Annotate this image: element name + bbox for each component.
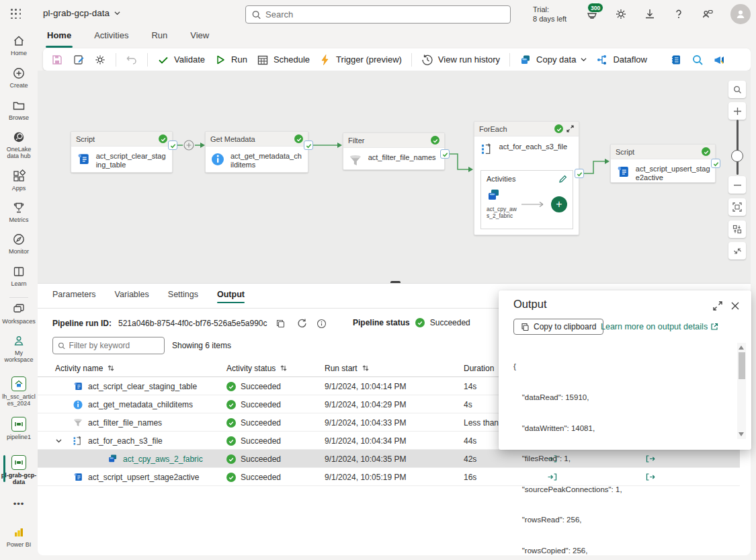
activity-filter[interactable] — [52, 337, 165, 354]
sidebar-item-power-bi[interactable]: Power BI — [0, 526, 38, 548]
validate-all-icon[interactable] — [73, 54, 85, 66]
script-icon — [73, 472, 83, 483]
zoom-in-button[interactable] — [728, 102, 746, 120]
zoom-to-fit-button[interactable] — [728, 198, 746, 216]
pipeline-canvas[interactable]: Script act_script_clear_staging_table Ge… — [38, 71, 751, 283]
dataflow-button[interactable]: Dataflow — [596, 54, 647, 66]
on-success-port[interactable] — [168, 141, 177, 150]
tab-parameters[interactable]: Parameters — [52, 290, 96, 303]
zoom-slider-track[interactable] — [737, 120, 739, 175]
col-activity-status[interactable]: Activity status — [226, 364, 276, 373]
sort-icon[interactable] — [280, 364, 287, 372]
global-search[interactable] — [245, 5, 511, 24]
sort-icon[interactable] — [108, 364, 114, 372]
tab-variables[interactable]: Variables — [115, 290, 149, 303]
settings-gear-icon[interactable] — [615, 8, 627, 20]
help-icon[interactable] — [673, 8, 685, 20]
info-circle-icon[interactable] — [317, 319, 327, 329]
trial-capacity-icon[interactable]: 300 — [586, 8, 598, 20]
tab-view[interactable]: View — [189, 28, 210, 46]
tab-activities[interactable]: Activities — [93, 28, 130, 46]
top-bar: pl-grab-gcp-data Trial: 8 days left 300 — [0, 0, 756, 28]
sidebar-item-home[interactable]: Home — [0, 34, 38, 56]
tab-settings[interactable]: Settings — [168, 290, 198, 303]
scroll-down-arrow[interactable] — [739, 432, 744, 436]
learn-more-link[interactable]: Learn more on output details — [601, 322, 718, 331]
sidebar-item-create[interactable]: Create — [0, 67, 38, 89]
sidebar-item-workspaces[interactable]: Workspaces — [0, 303, 38, 325]
sidebar-item-monitor[interactable]: Monitor — [0, 233, 38, 255]
on-success-port[interactable] — [440, 149, 450, 159]
run-button[interactable]: Run — [214, 54, 247, 66]
activity-card-get-metadata[interactable]: Get Metadata act_get_metadata_childitems — [205, 131, 308, 173]
scrollbar-thumb[interactable] — [739, 352, 745, 379]
sort-icon[interactable] — [362, 364, 369, 372]
copy-run-id-icon[interactable] — [276, 319, 286, 329]
sidebar-item-pl-grab-gcp-data[interactable]: pl-grab-gcp-data — [0, 455, 38, 485]
canvas-search-button[interactable] — [728, 81, 746, 98]
expand-chevron-icon[interactable] — [55, 437, 62, 444]
save-icon[interactable] — [51, 54, 63, 66]
succeeded-status-icon — [226, 454, 236, 464]
pipeline-settings-gear-icon[interactable] — [94, 54, 106, 66]
activity-card-foreach[interactable]: ForEach act_for_each_s3_file Activities … — [474, 121, 579, 235]
on-success-port[interactable] — [575, 169, 584, 178]
notebook-icon[interactable] — [670, 54, 682, 66]
sidebar-item-learn[interactable]: Learn — [0, 265, 38, 287]
activity-card-script-upsert[interactable]: Script act_script_upsert_stage2active — [610, 144, 716, 183]
popup-scrollbar[interactable] — [737, 343, 746, 439]
activity-name: act_filter_file_names — [368, 153, 439, 162]
search-input[interactable] — [265, 9, 505, 19]
col-run-start[interactable]: Run start — [325, 364, 358, 373]
tab-output[interactable]: Output — [217, 290, 245, 303]
activity-card-filter[interactable]: Filter act_filter_file_names — [343, 132, 445, 170]
add-activity-button[interactable]: + — [551, 196, 567, 212]
foreach-activities-container[interactable]: Activities act_cpy_aws_2_fabric + — [480, 170, 573, 229]
copy-data-icon[interactable] — [487, 189, 501, 202]
sidebar-item-lakehouse[interactable]: lh_ssc_articles_2024 — [0, 376, 38, 407]
copy-to-clipboard-button[interactable]: Copy to clipboard — [513, 319, 603, 335]
rail-more-button[interactable]: ••• — [0, 499, 38, 509]
activity-card-script-clear-staging[interactable]: Script act_script_clear_staging_table — [71, 131, 173, 173]
account-avatar[interactable] — [730, 4, 751, 24]
collapse-all-button[interactable] — [728, 242, 746, 259]
run-id-value: 521a046b-8754-4f0c-bf76-526a5e5a990c — [118, 319, 267, 328]
auto-align-button[interactable] — [728, 221, 746, 238]
copy-data-button[interactable]: Copy data — [519, 54, 587, 66]
app-launcher-icon[interactable] — [11, 9, 22, 19]
trigger-preview-button[interactable]: Trigger (preview) — [319, 54, 402, 66]
sidebar-item-my-workspace[interactable]: My workspace — [0, 334, 38, 363]
sidebar-item-apps[interactable]: Apps — [0, 169, 38, 192]
undo-icon[interactable] — [126, 54, 138, 66]
on-success-port[interactable] — [304, 141, 313, 150]
schedule-button[interactable]: Schedule — [257, 54, 310, 66]
announcement-icon[interactable] — [713, 54, 725, 66]
filter-keyword-input[interactable] — [69, 341, 159, 350]
col-activity-name[interactable]: Activity name — [55, 364, 103, 373]
activity-run-link[interactable]: act_cpy_aws_2_fabric — [123, 454, 203, 464]
download-icon[interactable] — [644, 8, 656, 20]
script-icon — [76, 152, 91, 167]
validate-button[interactable]: Validate — [157, 54, 205, 66]
refresh-icon[interactable] — [296, 318, 307, 329]
on-success-port[interactable] — [711, 159, 720, 168]
pipeline-title-menu[interactable]: pl-grab-gcp-data — [43, 8, 120, 18]
view-run-history-button[interactable]: View run history — [421, 54, 500, 66]
zoom-out-button[interactable] — [728, 176, 746, 194]
sidebar-item-pipeline1[interactable]: pipeline1 — [0, 417, 38, 440]
sidebar-item-browse[interactable]: Browse — [0, 99, 38, 121]
collapse-icon[interactable] — [566, 125, 574, 132]
close-icon[interactable] — [730, 301, 741, 311]
sidebar-item-metrics[interactable]: Metrics — [0, 201, 38, 223]
scroll-up-arrow[interactable] — [739, 346, 744, 350]
tab-run[interactable]: Run — [150, 28, 169, 46]
zoom-slider-knob[interactable] — [731, 150, 743, 162]
tab-home[interactable]: Home — [46, 28, 73, 46]
browse-magnifier-icon[interactable] — [691, 54, 704, 66]
rail-divider — [9, 297, 28, 298]
col-duration[interactable]: Duration — [464, 364, 494, 373]
expand-popup-icon[interactable] — [712, 301, 723, 311]
edit-pencil-icon[interactable] — [558, 175, 567, 184]
sidebar-item-onelake-data-hub[interactable]: OneLake data hub — [0, 130, 38, 159]
feedback-icon[interactable] — [702, 8, 714, 20]
